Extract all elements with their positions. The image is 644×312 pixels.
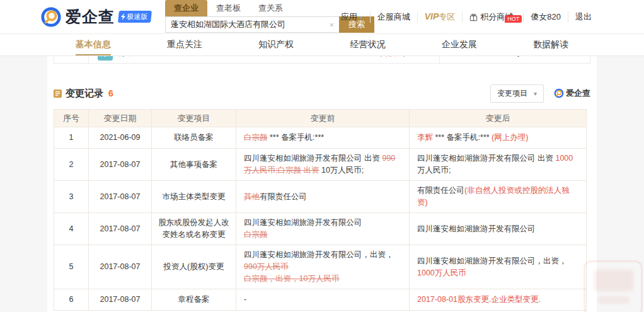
top-header: 爱企查 极速版 查企业查老板查关系 × 搜索 应用 ▾ 企服商城 VIP专区	[0, 0, 644, 34]
username-link[interactable]: 傻女820	[523, 11, 568, 23]
section-icon	[54, 90, 62, 98]
content-card: 2 康 康从全 关联4家企业 > 监事 变更记录 6 变更项目 ▾	[47, 56, 597, 312]
cell-change-after: 四川蓬安相如湖旅游开发有限公司，出资，1000万人民币	[410, 245, 587, 289]
chevron-down-icon: ▾	[534, 90, 537, 97]
cell-index: 5	[54, 245, 89, 289]
nav-tab-3[interactable]: 经营状况	[322, 34, 413, 55]
header-links: 应用 ▾ 企服商城 VIP专区 积分商城 HOT 傻女820	[334, 0, 599, 34]
change-item-filter-dropdown[interactable]: 变更项目 ▾	[490, 84, 544, 103]
cell-index: 4	[54, 213, 89, 245]
cell-change-item: 投资人(股权)变更	[152, 245, 236, 289]
cell-change-after: 2017-08-01股东变更.企业类型变更.	[410, 289, 587, 311]
cell-change-before: 四川蓬安相如湖旅游开发有限公司白宗颜	[236, 213, 410, 245]
nav-tab-1[interactable]: 重点关注	[139, 34, 230, 55]
points-mall-link[interactable]: 积分商城 HOT	[462, 11, 523, 23]
column-header: 变更前	[236, 110, 410, 127]
cell-index: 2	[54, 149, 89, 181]
text-run: 四川蓬安相如湖旅游开发有限公司 出资	[417, 154, 555, 163]
logout-link[interactable]: 退出	[568, 11, 599, 23]
cell-change-before: 四川蓬安相如湖旅游开发有限公司，出资，990万人民币白宗颜，出资，10万人民币	[236, 245, 410, 289]
search-input[interactable]	[166, 20, 324, 30]
cell-index: 1	[54, 127, 89, 149]
cell-change-before: 白宗颜 *** 备案手机:***	[236, 127, 410, 149]
text-run: 有限责任公司	[417, 186, 464, 195]
cell-change-after: 四川蓬安相如湖旅游开发有限公司	[410, 213, 587, 245]
table-row: 2 2017-08-07 其他事项备案 四川蓬安相如湖旅游开发有限公司 出资 9…	[54, 149, 587, 181]
cell-change-item: 市场主体类型变更	[152, 181, 236, 213]
column-header: 序号	[54, 110, 89, 127]
cell-change-date: 2021-06-09	[89, 127, 152, 149]
text-run: 10万人民币;	[319, 166, 364, 175]
column-header: 变更日期	[89, 110, 152, 127]
cell-change-after: 有限责任公司(非自然人投资或控股的法人独资)	[410, 181, 587, 213]
search-tab-2[interactable]: 查关系	[250, 0, 292, 16]
section-nav-bar: 基本信息重点关注知识产权经营状况企业发展数据解读	[0, 34, 644, 56]
cell-index: 6	[54, 289, 89, 311]
text-run: 四川蓬安相如湖旅游开发有限公司，出资，	[244, 250, 394, 259]
chevron-down-icon: ▾	[360, 14, 363, 21]
cell-change-before: -	[236, 289, 410, 311]
search-tab-0[interactable]: 查企业	[165, 0, 207, 16]
nav-tab-2[interactable]: 知识产权	[231, 34, 322, 55]
column-header: 变更后	[410, 110, 587, 127]
changed-text: 1000万人民币	[417, 269, 466, 277]
brand-name: 爱企查	[66, 6, 115, 27]
cell-index: 3	[54, 181, 89, 213]
table-row: 1 2021-06-09 联络员备案 白宗颜 *** 备案手机:*** 李辉 *…	[54, 127, 587, 149]
search-input-wrap: ×	[165, 16, 339, 33]
speed-version-badge: 极速版	[118, 11, 152, 23]
cell-change-item: 章程备案	[152, 289, 236, 311]
table-row: 4 2017-08-07 股东或股份发起人改变姓名或名称变更 四川蓬安相如湖旅游…	[54, 213, 587, 245]
column-header: 变更项目	[152, 110, 236, 127]
main-area: 2 康 康从全 关联4家企业 > 监事 变更记录 6 变更项目 ▾	[0, 56, 644, 312]
cell-change-date: 2017-08-07	[89, 245, 152, 289]
personnel-name-link[interactable]: 康从全	[119, 56, 144, 59]
nav-tab-0[interactable]: 基本信息	[47, 34, 139, 55]
cell-change-after: 四川蓬安相如湖旅游开发有限公司 出资 1000万人民币;	[410, 149, 587, 181]
nav-tab-4[interactable]: 企业发展	[413, 34, 505, 55]
text-run: *** 备案手机:***	[268, 133, 325, 142]
change-record-section-header: 变更记录 6 变更项目 ▾ 爱企查	[54, 84, 590, 103]
text-run: 四川蓬安相如湖旅游开发有限公司 出资	[244, 154, 382, 163]
text-run: -	[244, 295, 246, 304]
text-run: 万人民币;	[417, 166, 451, 175]
removed-text: 白宗颜	[244, 133, 268, 142]
cell-change-date: 2017-08-07	[89, 181, 152, 213]
apps-menu[interactable]: 应用 ▾	[334, 11, 370, 23]
removed-text: 白宗颜，出资，10万人民币	[244, 274, 339, 283]
changed-text: 1000	[555, 154, 573, 163]
enterprise-mall-link[interactable]: 企服商城	[370, 11, 417, 23]
removed-text: 白宗颜	[244, 230, 268, 239]
aiqicha-logo-icon	[40, 6, 62, 28]
text-run: 四川蓬安相如湖旅游开发有限公司，出资，	[417, 257, 567, 265]
aiqicha-watermark-logo: 爱企查	[554, 88, 590, 99]
table-row: 3 2017-08-07 市场主体类型变更 其他有限责任公司 有限责任公司(非自…	[54, 181, 587, 213]
table-header-row: 序号变更日期变更项目变更前变更后	[54, 110, 587, 127]
change-record-table: 序号变更日期变更项目变更前变更后 1 2021-06-09 联络员备案 白宗颜 …	[54, 109, 587, 311]
text-run: 四川蓬安相如湖旅游开发有限公司	[244, 218, 362, 227]
personnel-row-clipped: 2 康 康从全 关联4家企业 > 监事	[54, 56, 590, 64]
changed-text: 李辉	[417, 133, 433, 142]
vip-zone-link[interactable]: VIP专区	[417, 11, 463, 23]
gift-icon	[469, 13, 478, 21]
text-run: 四川蓬安相如湖旅游开发有限公司	[417, 224, 536, 233]
text-run: *** 备案手机:***	[433, 133, 492, 142]
text-run: 有限责任公司	[260, 192, 307, 201]
cell-change-before: 四川蓬安相如湖旅游开发有限公司 出资 990万人民币;白宗颜 出资 10万人民币…	[236, 149, 410, 181]
changed-text: (网上办理)	[492, 133, 528, 142]
section-title: 变更记录	[66, 88, 103, 100]
section-count-badge: 6	[108, 88, 113, 98]
lightning-icon	[120, 13, 125, 20]
cell-change-item: 股东或股份发起人改变姓名或名称变更	[152, 213, 236, 245]
cell-change-after: 李辉 *** 备案手机:*** (网上办理)	[410, 127, 587, 149]
aiqicha-logo[interactable]: 爱企查 极速版	[40, 6, 151, 28]
cell-change-date: 2017-08-07	[89, 289, 152, 311]
avatar: 康	[98, 56, 113, 61]
search-tab-1[interactable]: 查老板	[207, 0, 250, 16]
nav-tab-5[interactable]: 数据解读	[505, 34, 597, 55]
removed-text: 其他	[244, 192, 260, 201]
personnel-row-index: 2	[54, 56, 89, 64]
related-companies-link[interactable]: 关联4家企业 >	[380, 56, 430, 59]
removed-text: 990万人民币	[244, 262, 289, 271]
hot-badge: HOT	[505, 15, 522, 23]
